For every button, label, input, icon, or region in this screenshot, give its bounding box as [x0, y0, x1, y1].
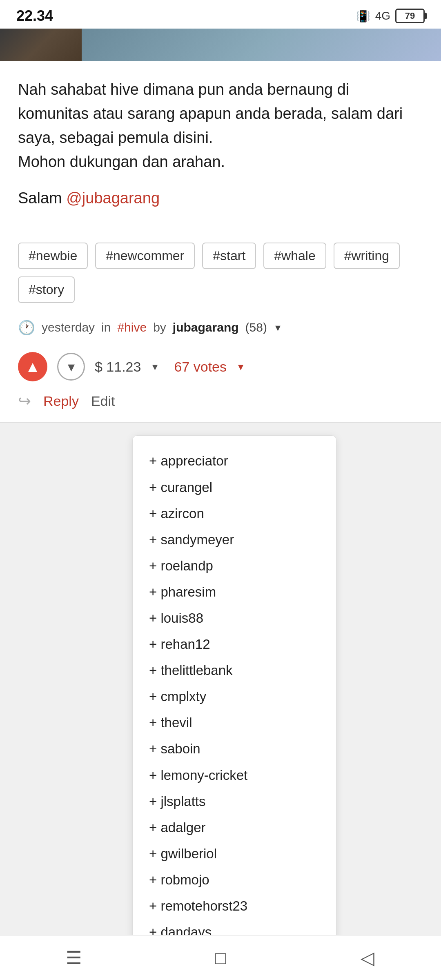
voter-appreciator[interactable]: + appreciator: [149, 448, 320, 474]
edit-button[interactable]: Edit: [91, 393, 115, 409]
voter-cmplxty[interactable]: + cmplxty: [149, 684, 320, 710]
payout-chevron-icon[interactable]: ▾: [152, 361, 158, 373]
vote-row: ▲ ▾ $ 11.23 ▾ 67 votes ▾: [0, 344, 441, 385]
voter-louis88[interactable]: + louis88: [149, 605, 320, 631]
votes-chevron-icon[interactable]: ▾: [238, 361, 243, 373]
clock-icon: 🕐: [18, 319, 35, 336]
voter-gwilberiol[interactable]: + gwilberiol: [149, 841, 320, 867]
home-icon[interactable]: □: [204, 942, 237, 974]
downvote-icon: ▾: [68, 359, 75, 375]
battery-icon: 79: [395, 9, 425, 23]
post-body-text: Nah sahabat hive dimana pun anda bernaun…: [18, 81, 403, 170]
voter-saboin[interactable]: + saboin: [149, 736, 320, 762]
voter-lemony-cricket[interactable]: + lemony-cricket: [149, 762, 320, 788]
signal-icon: 4G: [375, 9, 390, 22]
tag-whale[interactable]: #whale: [263, 243, 326, 269]
tag-writing[interactable]: #writing: [334, 243, 400, 269]
meta-in: in: [101, 321, 111, 334]
vibrate-icon: 📳: [356, 9, 370, 23]
voter-jlsplatts[interactable]: + jlsplatts: [149, 788, 320, 815]
reply-button[interactable]: Reply: [43, 393, 79, 409]
post-meta: 🕐 yesterday in #hive by jubagarang (58) …: [0, 315, 441, 344]
post-image-strip: [0, 29, 441, 61]
voter-adalger[interactable]: + adalger: [149, 815, 320, 841]
voter-remotehorst23[interactable]: + remotehorst23: [149, 893, 320, 919]
post-card: Nah sahabat hive dimana pun anda bernaun…: [0, 29, 441, 423]
voter-curangel[interactable]: + curangel: [149, 474, 320, 501]
voters-list: + appreciator + curangel + azircon + san…: [149, 448, 320, 971]
status-icons: 📳 4G 79: [356, 9, 425, 23]
votes-count[interactable]: 67 votes: [174, 359, 227, 375]
upvote-button[interactable]: ▲: [18, 352, 47, 381]
tag-newbie[interactable]: #newbie: [18, 243, 88, 269]
voter-pharesim[interactable]: + pharesim: [149, 579, 320, 605]
mention-link[interactable]: @jubagarang: [66, 189, 160, 207]
meta-by: by: [153, 321, 166, 334]
votes-popup: + appreciator + curangel + azircon + san…: [132, 435, 336, 980]
image-left: [0, 29, 82, 61]
bottom-nav: ☰ □ ◁: [0, 935, 441, 980]
image-right: [82, 29, 441, 61]
payout-amount[interactable]: $ 11.23: [95, 359, 141, 375]
voter-rehan12[interactable]: + rehan12: [149, 631, 320, 657]
share-icon[interactable]: ↩: [18, 392, 31, 410]
voter-azircon[interactable]: + azircon: [149, 501, 320, 527]
tag-start[interactable]: #start: [202, 243, 256, 269]
tag-story[interactable]: #story: [18, 276, 75, 303]
votes-popup-area: + appreciator + curangel + azircon + san…: [0, 423, 441, 980]
post-body: Nah sahabat hive dimana pun anda bernaun…: [0, 61, 441, 234]
voter-roelandp[interactable]: + roelandp: [149, 553, 320, 579]
meta-community[interactable]: #hive: [117, 321, 147, 334]
meta-reputation: (58): [245, 321, 267, 334]
voter-robmojo[interactable]: + robmojo: [149, 867, 320, 893]
back-icon[interactable]: ◁: [351, 942, 384, 974]
post-text: Nah sahabat hive dimana pun anda bernaun…: [18, 78, 423, 174]
meta-chevron-icon[interactable]: ▾: [275, 321, 281, 334]
tag-newcommer[interactable]: #newcommer: [95, 243, 195, 269]
menu-icon[interactable]: ☰: [57, 942, 90, 974]
status-time: 22.34: [16, 7, 53, 24]
upvote-icon: ▲: [25, 358, 40, 376]
status-bar: 22.34 📳 4G 79: [0, 0, 441, 29]
meta-time: yesterday: [42, 321, 95, 334]
post-closing: Salam @jubagarang: [18, 186, 423, 210]
tags-container: #newbie #newcommer #start #whale #writin…: [0, 234, 441, 315]
downvote-button[interactable]: ▾: [57, 353, 85, 381]
action-row: ↩ Reply Edit: [0, 385, 441, 422]
voter-thelittlebank[interactable]: + thelittlebank: [149, 657, 320, 684]
meta-author[interactable]: jubagarang: [173, 321, 239, 334]
voter-thevil[interactable]: + thevil: [149, 710, 320, 736]
voter-sandymeyer[interactable]: + sandymeyer: [149, 527, 320, 553]
